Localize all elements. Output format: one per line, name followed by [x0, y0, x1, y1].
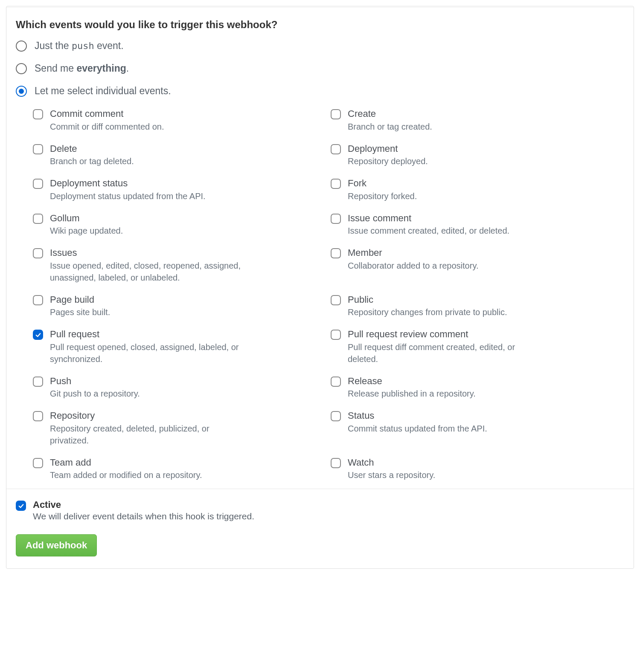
event-title: Status [348, 410, 487, 422]
event-checkbox-team-add[interactable] [33, 458, 43, 468]
active-title: Active [33, 499, 254, 510]
event-title: Team add [50, 457, 202, 469]
radio-icon [16, 86, 27, 97]
event-title: Page build [50, 294, 110, 306]
event-title: Gollum [50, 212, 123, 224]
event-title: Fork [348, 177, 417, 189]
radio-label: Let me select individual events. [35, 85, 171, 97]
event-checkbox-pull-request[interactable] [33, 330, 43, 340]
active-checkbox[interactable] [16, 501, 26, 511]
event-checkbox-fork[interactable] [331, 179, 341, 189]
active-desc: We will deliver event details when this … [33, 511, 254, 521]
event-desc: Issue comment created, edited, or delete… [348, 225, 509, 237]
radio-everything[interactable]: Send me everything. [16, 63, 624, 74]
event-desc: Repository deployed. [348, 155, 428, 167]
event-checkbox-page-build[interactable] [33, 295, 43, 305]
event-desc: Pages site built. [50, 306, 110, 318]
event-title: Pull request review comment [348, 328, 544, 340]
event-title: Pull request [50, 328, 246, 340]
event-title: Member [348, 247, 478, 259]
event-checkbox-public[interactable] [331, 295, 341, 305]
event-deployment: DeploymentRepository deployed. [331, 143, 624, 168]
event-pull-request: Pull requestPull request opened, closed,… [33, 328, 326, 365]
event-desc: User stars a repository. [348, 469, 435, 481]
event-team-add: Team addTeam added or modified on a repo… [33, 457, 326, 481]
event-checkbox-member[interactable] [331, 248, 341, 258]
event-title: Push [50, 375, 140, 387]
radio-just-push[interactable]: Just the push event. [16, 40, 624, 52]
active-row: Active We will deliver event details whe… [16, 499, 624, 521]
add-webhook-button[interactable]: Add webhook [16, 534, 97, 556]
event-checkbox-commit-comment[interactable] [33, 109, 43, 119]
event-checkbox-repository[interactable] [33, 411, 43, 421]
radio-label: Just the push event. [35, 40, 124, 52]
event-title: Deployment status [50, 177, 206, 189]
event-issues: IssuesIssue opened, edited, closed, reop… [33, 247, 326, 284]
event-checkbox-release[interactable] [331, 377, 341, 387]
event-title: Issue comment [348, 212, 509, 224]
event-checkbox-status[interactable] [331, 411, 341, 421]
event-fork: ForkRepository forked. [331, 177, 624, 202]
radio-icon [16, 63, 27, 74]
event-desc: Repository created, deleted, publicized,… [50, 423, 246, 446]
event-checkbox-issue-comment[interactable] [331, 214, 341, 224]
event-desc: Deployment status updated from the API. [50, 190, 206, 202]
event-title: Release [348, 375, 476, 387]
event-checkbox-gollum[interactable] [33, 214, 43, 224]
event-repository: RepositoryRepository created, deleted, p… [33, 410, 326, 446]
event-status: StatusCommit status updated from the API… [331, 410, 624, 446]
radio-individual[interactable]: Let me select individual events. [16, 85, 624, 97]
webhook-events-panel: Which events would you like to trigger t… [6, 6, 634, 569]
events-grid: Commit commentCommit or diff commented o… [33, 108, 624, 481]
event-desc: Branch or tag created. [348, 121, 432, 133]
event-title: Repository [50, 410, 246, 422]
event-checkbox-pull-request-review-comment[interactable] [331, 330, 341, 340]
event-checkbox-create[interactable] [331, 109, 341, 119]
event-deployment-status: Deployment statusDeployment status updat… [33, 177, 326, 202]
event-desc: Collaborator added to a repository. [348, 260, 478, 272]
event-gollum: GollumWiki page updated. [33, 212, 326, 237]
event-title: Deployment [348, 143, 428, 155]
event-desc: Wiki page updated. [50, 225, 123, 237]
event-title: Issues [50, 247, 246, 259]
event-commit-comment: Commit commentCommit or diff commented o… [33, 108, 326, 133]
event-pull-request-review-comment: Pull request review commentPull request … [331, 328, 624, 365]
event-delete: DeleteBranch or tag deleted. [33, 143, 326, 168]
radio-label: Send me everything. [35, 63, 129, 74]
event-title: Public [348, 294, 507, 306]
event-watch: WatchUser stars a repository. [331, 457, 624, 481]
event-desc: Pull request opened, closed, assigned, l… [50, 341, 246, 365]
event-push: PushGit push to a repository. [33, 375, 326, 400]
event-title: Create [348, 108, 432, 120]
event-desc: Repository changes from private to publi… [348, 306, 507, 318]
event-issue-comment: Issue commentIssue comment created, edit… [331, 212, 624, 237]
event-desc: Issue opened, edited, closed, reopened, … [50, 260, 246, 284]
event-public: PublicRepository changes from private to… [331, 294, 624, 319]
event-desc: Git push to a repository. [50, 388, 140, 400]
event-desc: Team added or modified on a repository. [50, 469, 202, 481]
event-desc: Repository forked. [348, 190, 417, 202]
event-member: MemberCollaborator added to a repository… [331, 247, 624, 284]
event-desc: Commit or diff commented on. [50, 121, 164, 133]
event-checkbox-watch[interactable] [331, 458, 341, 468]
event-release: ReleaseRelease published in a repository… [331, 375, 624, 400]
event-title: Commit comment [50, 108, 164, 120]
event-desc: Release published in a repository. [348, 388, 476, 400]
radio-icon [16, 41, 27, 52]
event-desc: Commit status updated from the API. [348, 423, 487, 434]
event-checkbox-push[interactable] [33, 377, 43, 387]
event-title: Delete [50, 143, 134, 155]
event-page-build: Page buildPages site built. [33, 294, 326, 319]
event-checkbox-issues[interactable] [33, 248, 43, 258]
event-title: Watch [348, 457, 435, 469]
event-checkbox-deployment-status[interactable] [33, 179, 43, 189]
event-checkbox-deployment[interactable] [331, 144, 341, 154]
event-desc: Pull request diff comment created, edite… [348, 341, 544, 365]
event-desc: Branch or tag deleted. [50, 155, 134, 167]
events-heading: Which events would you like to trigger t… [16, 19, 624, 31]
event-checkbox-delete[interactable] [33, 144, 43, 154]
event-create: CreateBranch or tag created. [331, 108, 624, 133]
